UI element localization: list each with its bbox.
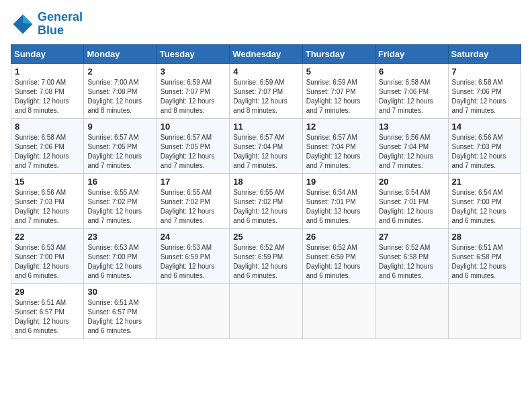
day-detail: Sunrise: 6:54 AM Sunset: 7:01 PM Dayligh… xyxy=(306,188,371,226)
calendar-week-3: 15 Sunrise: 6:56 AM Sunset: 7:03 PM Dayl… xyxy=(11,173,521,228)
day-detail: Sunrise: 6:56 AM Sunset: 7:04 PM Dayligh… xyxy=(379,133,444,171)
calendar-cell: 1 Sunrise: 7:00 AM Sunset: 7:08 PM Dayli… xyxy=(11,63,84,118)
calendar-cell xyxy=(448,283,521,338)
calendar-week-4: 22 Sunrise: 6:53 AM Sunset: 7:00 PM Dayl… xyxy=(11,228,521,283)
day-detail: Sunrise: 6:51 AM Sunset: 6:58 PM Dayligh… xyxy=(452,243,517,281)
day-number: 12 xyxy=(306,122,371,132)
calendar-cell: 18 Sunrise: 6:55 AM Sunset: 7:02 PM Dayl… xyxy=(230,173,302,228)
calendar-cell: 24 Sunrise: 6:53 AM Sunset: 6:59 PM Dayl… xyxy=(157,228,229,283)
day-detail: Sunrise: 6:58 AM Sunset: 7:06 PM Dayligh… xyxy=(15,133,80,171)
day-detail: Sunrise: 6:57 AM Sunset: 7:05 PM Dayligh… xyxy=(161,133,226,171)
svg-marker-1 xyxy=(23,14,32,24)
day-number: 13 xyxy=(379,122,444,132)
day-detail: Sunrise: 6:52 AM Sunset: 6:58 PM Dayligh… xyxy=(379,243,444,281)
day-detail: Sunrise: 6:57 AM Sunset: 7:04 PM Dayligh… xyxy=(233,133,298,171)
day-detail: Sunrise: 6:52 AM Sunset: 6:59 PM Dayligh… xyxy=(306,243,371,281)
day-detail: Sunrise: 7:00 AM Sunset: 7:08 PM Dayligh… xyxy=(15,78,80,116)
col-header-wednesday: Wednesday xyxy=(230,44,302,63)
page-header: General Blue xyxy=(11,11,521,38)
calendar-header: SundayMondayTuesdayWednesdayThursdayFrid… xyxy=(11,44,521,63)
col-header-tuesday: Tuesday xyxy=(157,44,229,63)
calendar-cell: 15 Sunrise: 6:56 AM Sunset: 7:03 PM Dayl… xyxy=(11,173,84,228)
day-number: 28 xyxy=(452,232,517,242)
day-number: 11 xyxy=(233,122,298,132)
day-number: 23 xyxy=(87,232,152,242)
calendar-cell: 21 Sunrise: 6:54 AM Sunset: 7:00 PM Dayl… xyxy=(448,173,521,228)
calendar-cell: 19 Sunrise: 6:54 AM Sunset: 7:01 PM Dayl… xyxy=(302,173,375,228)
calendar-cell: 13 Sunrise: 6:56 AM Sunset: 7:04 PM Dayl… xyxy=(375,118,448,173)
day-detail: Sunrise: 6:53 AM Sunset: 7:00 PM Dayligh… xyxy=(87,243,152,281)
day-number: 7 xyxy=(452,66,517,77)
calendar-cell: 8 Sunrise: 6:58 AM Sunset: 7:06 PM Dayli… xyxy=(11,118,84,173)
calendar-cell: 7 Sunrise: 6:58 AM Sunset: 7:06 PM Dayli… xyxy=(448,63,521,118)
calendar-cell xyxy=(302,283,375,338)
calendar-cell: 26 Sunrise: 6:52 AM Sunset: 6:59 PM Dayl… xyxy=(302,228,375,283)
day-number: 4 xyxy=(233,66,298,77)
day-detail: Sunrise: 6:53 AM Sunset: 7:00 PM Dayligh… xyxy=(15,243,80,281)
day-detail: Sunrise: 6:59 AM Sunset: 7:07 PM Dayligh… xyxy=(161,78,226,116)
calendar-cell: 5 Sunrise: 6:59 AM Sunset: 7:07 PM Dayli… xyxy=(302,63,375,118)
day-number: 14 xyxy=(452,122,517,132)
day-detail: Sunrise: 6:51 AM Sunset: 6:57 PM Dayligh… xyxy=(87,298,152,336)
day-detail: Sunrise: 6:59 AM Sunset: 7:07 PM Dayligh… xyxy=(306,78,371,116)
day-number: 18 xyxy=(233,177,298,187)
col-header-saturday: Saturday xyxy=(448,44,521,63)
calendar-cell: 6 Sunrise: 6:58 AM Sunset: 7:06 PM Dayli… xyxy=(375,63,448,118)
day-number: 10 xyxy=(161,122,226,132)
calendar-cell: 10 Sunrise: 6:57 AM Sunset: 7:05 PM Dayl… xyxy=(157,118,229,173)
day-number: 27 xyxy=(379,232,444,242)
calendar-cell: 27 Sunrise: 6:52 AM Sunset: 6:58 PM Dayl… xyxy=(375,228,448,283)
calendar-cell xyxy=(230,283,302,338)
calendar-cell: 29 Sunrise: 6:51 AM Sunset: 6:57 PM Dayl… xyxy=(11,283,84,338)
calendar-cell: 17 Sunrise: 6:55 AM Sunset: 7:02 PM Dayl… xyxy=(157,173,229,228)
day-detail: Sunrise: 6:55 AM Sunset: 7:02 PM Dayligh… xyxy=(233,188,298,226)
day-number: 15 xyxy=(15,177,80,187)
day-number: 22 xyxy=(15,232,80,242)
calendar-cell: 14 Sunrise: 6:56 AM Sunset: 7:03 PM Dayl… xyxy=(448,118,521,173)
day-number: 1 xyxy=(15,66,80,77)
day-number: 30 xyxy=(87,287,152,297)
day-number: 29 xyxy=(15,287,80,297)
calendar-cell xyxy=(375,283,448,338)
day-number: 6 xyxy=(379,66,444,77)
day-number: 2 xyxy=(87,66,152,77)
logo-text: General Blue xyxy=(38,11,83,38)
calendar-cell: 23 Sunrise: 6:53 AM Sunset: 7:00 PM Dayl… xyxy=(84,228,157,283)
calendar-cell: 3 Sunrise: 6:59 AM Sunset: 7:07 PM Dayli… xyxy=(157,63,229,118)
calendar-table: SundayMondayTuesdayWednesdayThursdayFrid… xyxy=(11,44,521,339)
day-number: 17 xyxy=(161,177,226,187)
calendar-cell: 2 Sunrise: 7:00 AM Sunset: 7:08 PM Dayli… xyxy=(84,63,157,118)
calendar-cell: 11 Sunrise: 6:57 AM Sunset: 7:04 PM Dayl… xyxy=(230,118,302,173)
calendar-cell: 12 Sunrise: 6:57 AM Sunset: 7:04 PM Dayl… xyxy=(302,118,375,173)
day-number: 3 xyxy=(161,66,226,77)
day-detail: Sunrise: 6:57 AM Sunset: 7:05 PM Dayligh… xyxy=(87,133,152,171)
calendar-week-1: 1 Sunrise: 7:00 AM Sunset: 7:08 PM Dayli… xyxy=(11,63,521,118)
calendar-cell: 25 Sunrise: 6:52 AM Sunset: 6:59 PM Dayl… xyxy=(230,228,302,283)
day-detail: Sunrise: 6:53 AM Sunset: 6:59 PM Dayligh… xyxy=(161,243,226,281)
day-number: 21 xyxy=(452,177,517,187)
day-detail: Sunrise: 6:59 AM Sunset: 7:07 PM Dayligh… xyxy=(233,78,298,116)
day-detail: Sunrise: 7:00 AM Sunset: 7:08 PM Dayligh… xyxy=(87,78,152,116)
day-detail: Sunrise: 6:58 AM Sunset: 7:06 PM Dayligh… xyxy=(379,78,444,116)
calendar-week-5: 29 Sunrise: 6:51 AM Sunset: 6:57 PM Dayl… xyxy=(11,283,521,338)
col-header-monday: Monday xyxy=(84,44,157,63)
day-detail: Sunrise: 6:55 AM Sunset: 7:02 PM Dayligh… xyxy=(87,188,152,226)
calendar-cell: 9 Sunrise: 6:57 AM Sunset: 7:05 PM Dayli… xyxy=(84,118,157,173)
day-number: 20 xyxy=(379,177,444,187)
day-number: 26 xyxy=(306,232,371,242)
day-number: 5 xyxy=(306,66,371,77)
day-detail: Sunrise: 6:56 AM Sunset: 7:03 PM Dayligh… xyxy=(15,188,80,226)
col-header-sunday: Sunday xyxy=(11,44,84,63)
calendar-cell: 20 Sunrise: 6:54 AM Sunset: 7:01 PM Dayl… xyxy=(375,173,448,228)
logo-icon xyxy=(11,12,35,36)
calendar-cell xyxy=(157,283,229,338)
day-number: 24 xyxy=(161,232,226,242)
calendar-cell: 30 Sunrise: 6:51 AM Sunset: 6:57 PM Dayl… xyxy=(84,283,157,338)
calendar-cell: 4 Sunrise: 6:59 AM Sunset: 7:07 PM Dayli… xyxy=(230,63,302,118)
day-number: 25 xyxy=(233,232,298,242)
day-detail: Sunrise: 6:51 AM Sunset: 6:57 PM Dayligh… xyxy=(15,298,80,336)
calendar-cell: 16 Sunrise: 6:55 AM Sunset: 7:02 PM Dayl… xyxy=(84,173,157,228)
day-detail: Sunrise: 6:55 AM Sunset: 7:02 PM Dayligh… xyxy=(161,188,226,226)
day-detail: Sunrise: 6:56 AM Sunset: 7:03 PM Dayligh… xyxy=(452,133,517,171)
day-detail: Sunrise: 6:52 AM Sunset: 6:59 PM Dayligh… xyxy=(233,243,298,281)
